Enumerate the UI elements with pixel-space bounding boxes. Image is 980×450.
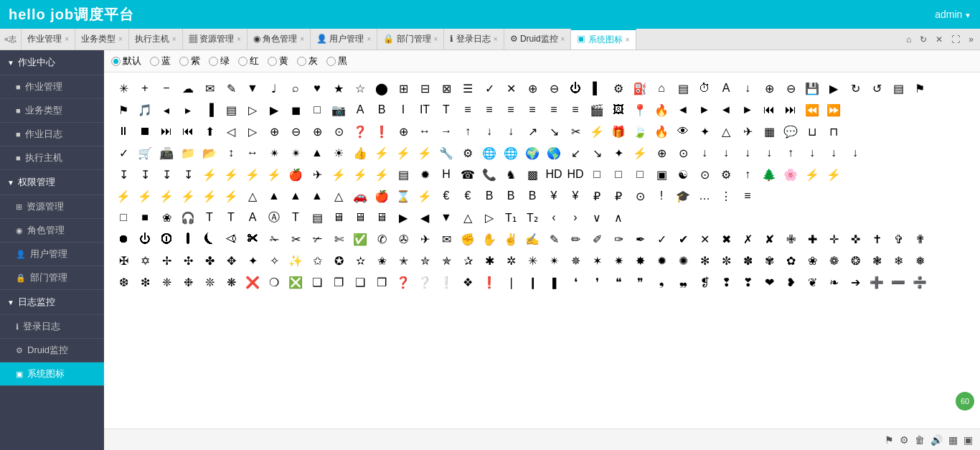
icon-cell-1-25[interactable]: 🔥 — [651, 100, 672, 120]
icon-cell-0-35[interactable]: ↺ — [866, 78, 887, 98]
tab-yewuleixing[interactable]: 业务类型× — [75, 29, 129, 50]
icon-cell-6-7[interactable]: Ⓐ — [263, 207, 285, 228]
icon-cell-0-29[interactable]: ↓ — [737, 78, 758, 98]
tab-close-zuoyeguanli[interactable]: × — [65, 35, 69, 43]
icon-cell-0-32[interactable]: 💾 — [801, 78, 823, 98]
icon-cell-extra-1-44[interactable]: ✦ — [242, 250, 263, 271]
icon-cell-extra-1-39[interactable]: ✡ — [134, 250, 156, 271]
icon-cell-extra-1-60[interactable]: ✶ — [586, 250, 608, 271]
icon-cell-2-27[interactable]: ✦ — [694, 121, 715, 141]
icon-cell-extra-1-68[interactable]: ✾ — [758, 250, 780, 271]
icon-cell-extra-0-34[interactable]: ✜ — [844, 229, 866, 249]
color-option-red[interactable]: 红 — [238, 55, 259, 67]
icon-cell-3-3[interactable]: 📁 — [177, 143, 199, 163]
tab-close-jueguanli[interactable]: × — [300, 35, 304, 43]
icon-cell-6-20[interactable]: ‹ — [543, 207, 565, 228]
bottom-trash-icon[interactable]: 🗑 — [915, 434, 925, 446]
icon-cell-extra-1-73[interactable]: ❃ — [866, 250, 887, 271]
icon-cell-extra-2-97[interactable]: ❛ — [565, 272, 586, 292]
icon-cell-3-9[interactable]: ▲ — [306, 143, 328, 163]
icon-cell-extra-1-52[interactable]: ✮ — [414, 250, 435, 271]
icon-cell-0-14[interactable]: ⊟ — [414, 78, 435, 98]
icon-cell-extra-0-3[interactable]: ⏽ — [177, 229, 199, 249]
icon-cell-1-0[interactable]: ⚑ — [113, 100, 134, 120]
icon-cell-3-11[interactable]: 👍 — [349, 143, 371, 163]
icon-cell-5-13[interactable]: ⌛ — [392, 186, 414, 206]
sidebar-group-rizhijiankong[interactable]: ▼ 日志监控 — [0, 290, 104, 315]
icon-cell-extra-2-98[interactable]: ❜ — [586, 272, 608, 292]
icon-cell-5-29[interactable]: ≡ — [737, 186, 758, 206]
icon-cell-0-20[interactable]: ⊖ — [543, 78, 565, 98]
icon-cell-3-21[interactable]: ↙ — [565, 143, 586, 163]
icon-cell-5-15[interactable]: € — [435, 186, 457, 206]
icon-cell-2-18[interactable]: ↓ — [500, 121, 522, 141]
icon-cell-3-4[interactable]: 📂 — [199, 143, 220, 163]
icon-cell-extra-1-64[interactable]: ✺ — [672, 250, 694, 271]
icon-cell-2-0[interactable]: ⏸ — [113, 121, 134, 141]
icon-cell-2-8[interactable]: ⊖ — [285, 121, 306, 141]
tab-yonghuguanli[interactable]: 👤 用户管理× — [311, 29, 377, 50]
icon-cell-3-15[interactable]: 🔧 — [435, 143, 457, 163]
tab-close-xitongtubiaq[interactable]: × — [626, 36, 630, 44]
icon-cell-6-14[interactable]: ◀ — [414, 207, 435, 228]
icon-cell-extra-1-49[interactable]: ✫ — [349, 250, 371, 271]
icon-cell-extra-1-62[interactable]: ✸ — [629, 250, 651, 271]
tab-home-btn[interactable]: ⌂ — [903, 33, 915, 46]
tab-zuoyeguanli[interactable]: 作业管理× — [22, 29, 75, 50]
tab-close-ziyuanguanli[interactable]: × — [237, 35, 241, 43]
icon-cell-extra-0-8[interactable]: ✂ — [285, 229, 306, 249]
icon-cell-extra-2-83[interactable]: ❍ — [263, 272, 285, 292]
tab-close-bumenguanli[interactable]: × — [434, 35, 438, 43]
icon-cell-5-14[interactable]: ⚡ — [414, 186, 435, 206]
bottom-flag-icon[interactable]: ⚑ — [885, 434, 894, 446]
bottom-volume-icon[interactable]: 🔊 — [930, 434, 943, 446]
icon-cell-2-31[interactable]: 💬 — [780, 121, 801, 141]
icon-cell-extra-2-77[interactable]: ❇ — [134, 272, 156, 292]
tab-jueguanli[interactable]: ◉ 角色管理× — [248, 29, 311, 50]
icon-cell-extra-1-66[interactable]: ✼ — [715, 250, 737, 271]
icon-cell-extra-1-38[interactable]: ✠ — [113, 250, 134, 271]
sidebar-item-druid[interactable]: ⚙ Druid监控 — [0, 339, 104, 362]
icon-cell-3-10[interactable]: ☀ — [328, 143, 349, 163]
icon-cell-extra-2-99[interactable]: ❝ — [608, 272, 629, 292]
icon-cell-0-26[interactable]: ▤ — [672, 78, 694, 98]
icon-cell-0-30[interactable]: ⊕ — [758, 78, 780, 98]
icon-cell-extra-1-55[interactable]: ✱ — [479, 250, 500, 271]
color-option-default[interactable]: 默认 — [111, 55, 141, 67]
icon-cell-2-11[interactable]: ❓ — [349, 121, 371, 141]
icon-cell-extra-0-29[interactable]: ✗ — [737, 229, 758, 249]
icon-cell-6-23[interactable]: ∧ — [608, 207, 629, 228]
icon-cell-1-15[interactable]: T — [435, 100, 457, 120]
icon-cell-2-6[interactable]: ▷ — [242, 121, 263, 141]
sidebar-item-xitongtubiaq[interactable]: ▣ 系统图标 — [0, 362, 104, 386]
icon-cell-3-26[interactable]: ⊙ — [672, 143, 694, 163]
icon-cell-1-4[interactable]: ▐ — [199, 100, 220, 120]
icon-cell-5-24[interactable]: ⊙ — [629, 186, 651, 206]
icon-cell-extra-2-106[interactable]: ❤ — [758, 272, 780, 292]
icon-cell-extra-0-19[interactable]: ✍ — [522, 229, 543, 249]
icon-cell-extra-0-7[interactable]: ✁ — [263, 229, 285, 249]
icon-cell-2-1[interactable]: ⏹ — [134, 121, 156, 141]
icon-cell-extra-2-89[interactable]: ❓ — [392, 272, 414, 292]
icon-cell-3-20[interactable]: 🌎 — [543, 143, 565, 163]
tab-close-yonghuguanli[interactable]: × — [367, 35, 371, 43]
icon-cell-5-17[interactable]: B — [479, 186, 500, 206]
icon-cell-1-32[interactable]: ⏪ — [801, 100, 823, 120]
color-option-purple[interactable]: 紫 — [179, 55, 200, 67]
icon-cell-extra-2-79[interactable]: ❉ — [177, 272, 199, 292]
icon-cell-5-20[interactable]: ¥ — [543, 186, 565, 206]
icon-cell-extra-1-48[interactable]: ✪ — [328, 250, 349, 271]
icon-cell-extra-0-26[interactable]: ✔ — [672, 229, 694, 249]
icon-cell-extra-2-109[interactable]: ❧ — [823, 272, 844, 292]
icon-cell-0-1[interactable]: + — [134, 78, 156, 98]
icon-cell-0-23[interactable]: ⚙ — [608, 78, 629, 98]
icon-cell-2-16[interactable]: ↑ — [457, 121, 479, 141]
icon-cell-6-2[interactable]: ❀ — [156, 207, 177, 228]
icon-cell-2-21[interactable]: ✂ — [565, 121, 586, 141]
bottom-window-icon[interactable]: ▣ — [963, 434, 973, 446]
tab-close-btn[interactable]: ✕ — [932, 33, 946, 46]
icon-cell-4-21[interactable]: HD — [565, 164, 586, 184]
color-option-black[interactable]: 黑 — [326, 55, 347, 67]
icon-cell-1-20[interactable]: ≡ — [543, 100, 565, 120]
icon-cell-1-5[interactable]: ▤ — [220, 100, 242, 120]
